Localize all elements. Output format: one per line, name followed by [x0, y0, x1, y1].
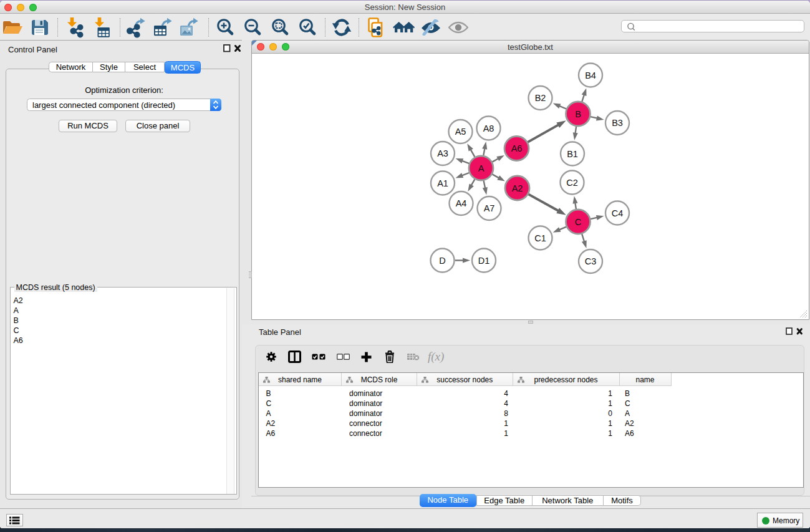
- svg-text:A3: A3: [437, 148, 448, 158]
- svg-text:A: A: [478, 163, 485, 173]
- svg-text:C4: C4: [612, 208, 624, 218]
- svg-text:B: B: [575, 109, 581, 119]
- svg-text:C3: C3: [585, 256, 597, 266]
- svg-text:A7: A7: [484, 203, 495, 213]
- svg-text:A1: A1: [437, 178, 448, 188]
- svg-text:A6: A6: [511, 143, 523, 153]
- svg-text:A8: A8: [483, 123, 494, 133]
- svg-text:B3: B3: [612, 118, 623, 128]
- svg-text:D1: D1: [478, 256, 490, 266]
- svg-text:A2: A2: [512, 183, 523, 193]
- svg-text:A5: A5: [455, 127, 466, 137]
- svg-text:C: C: [575, 217, 581, 227]
- svg-text:f(x): f(x): [428, 350, 444, 364]
- svg-text:B2: B2: [535, 93, 546, 103]
- svg-text:D: D: [439, 256, 445, 266]
- svg-text:B4: B4: [585, 70, 596, 80]
- svg-text:C1: C1: [534, 233, 546, 243]
- svg-text:A4: A4: [456, 198, 467, 208]
- svg-text:C2: C2: [566, 178, 578, 188]
- svg-text:B1: B1: [567, 149, 578, 159]
